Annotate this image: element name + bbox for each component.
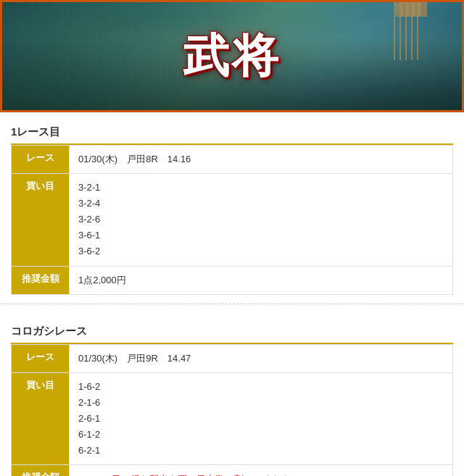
section-1-title: 1レース目 <box>11 120 453 145</box>
table-row: 推奨金額 1レース目で得た配当を買い目点数で割ってください。 ※1レース目が不的… <box>12 465 453 476</box>
value-race-2: 01/30(木) 戸田9R 14.47 <box>70 344 453 372</box>
value-amount-1: 1点2,000円 <box>70 266 453 294</box>
section-divider <box>0 304 464 304</box>
label-kaimoku-2: 買い目 <box>12 372 70 464</box>
label-kaimoku-1: 買い目 <box>12 174 70 266</box>
flag-2 <box>399 2 401 60</box>
section-2-title: コロガシレース <box>11 319 453 344</box>
table-row: レース 01/30(木) 戸田8R 14.16 <box>12 146 453 174</box>
value-kaimoku-2: 1-6-22-1-62-6-16-1-26-2-1 <box>70 372 453 464</box>
section-1: 1レース目 レース 01/30(木) 戸田8R 14.16 買い目 3-2-13… <box>0 112 464 295</box>
section-2: コロガシレース レース 01/30(木) 戸田9R 14.47 買い目 1-6-… <box>0 312 464 476</box>
banner-title: 武将 <box>183 25 281 88</box>
flag-3 <box>405 2 407 60</box>
flag-5 <box>417 2 418 60</box>
label-amount-2: 推奨金額 <box>12 465 70 476</box>
flag-4 <box>411 2 413 60</box>
race-table-1: レース 01/30(木) 戸田8R 14.16 買い目 3-2-13-2-43-… <box>11 145 453 295</box>
banner-flags <box>394 2 418 60</box>
table-row: レース 01/30(木) 戸田9R 14.47 <box>12 344 453 372</box>
value-amount-2: 1レース目で得た配当を買い目点数で割ってください。 ※1レース目が不的中の場合は… <box>70 465 453 476</box>
label-race-2: レース <box>12 344 70 372</box>
table-row: 推奨金額 1点2,000円 <box>12 266 453 294</box>
banner: 武将 <box>0 0 464 112</box>
table-row: 買い目 3-2-13-2-43-2-63-6-13-6-2 <box>12 174 453 266</box>
table-row: 買い目 1-6-22-1-62-6-16-1-26-2-1 <box>12 372 453 464</box>
race-table-2: レース 01/30(木) 戸田9R 14.47 買い目 1-6-22-1-62-… <box>11 344 453 476</box>
label-race-1: レース <box>12 146 70 174</box>
value-race-1: 01/30(木) 戸田8R 14.16 <box>70 146 453 174</box>
value-kaimoku-1: 3-2-13-2-43-2-63-6-13-6-2 <box>70 174 453 266</box>
flag-1 <box>394 2 395 60</box>
label-amount-1: 推奨金額 <box>12 266 70 294</box>
